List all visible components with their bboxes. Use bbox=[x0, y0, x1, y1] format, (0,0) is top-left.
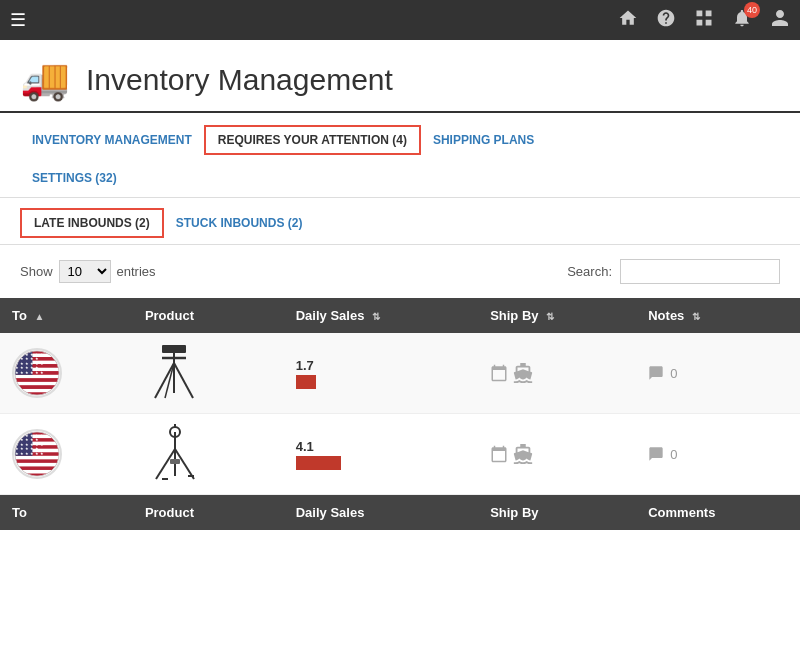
svg-rect-13 bbox=[14, 389, 60, 393]
us-flag-svg-2: ★ ★ ★ ★ ★ ★ ★ ★ ★ ★ ★ ★ ★ ★ ★ ★ ★ ★ ★ ★ … bbox=[14, 429, 60, 479]
svg-rect-9 bbox=[14, 375, 60, 379]
notes-wrapper-1: 0 bbox=[648, 365, 788, 381]
main-tab-nav: INVENTORY MANAGEMENT REQUIRES YOUR ATTEN… bbox=[0, 113, 800, 198]
user-icon[interactable] bbox=[770, 8, 790, 33]
footer-col-ship-by: Ship By bbox=[478, 495, 636, 531]
daily-sales-value-1: 1.7 bbox=[296, 358, 466, 373]
us-flag-circle-2: ★ ★ ★ ★ ★ ★ ★ ★ ★ ★ ★ ★ ★ ★ ★ ★ ★ ★ ★ ★ … bbox=[12, 429, 62, 479]
truck-icon: 🚚 bbox=[20, 56, 70, 103]
notes-count-2: 0 bbox=[670, 447, 677, 462]
page-header: 🚚 Inventory Management bbox=[0, 40, 800, 113]
cell-flag-1: ★ ★ ★ ★ ★ ★ ★ ★ ★ ★ ★ ★ ★ ★ ★ ★ ★ ★ ★ ★ … bbox=[0, 333, 133, 414]
table-controls: Show 10 25 50 100 entries Search: bbox=[0, 245, 800, 298]
search-input[interactable] bbox=[620, 259, 780, 284]
tab-requires-attention[interactable]: REQUIRES YOUR ATTENTION (4) bbox=[204, 125, 421, 155]
sort-icon-daily-sales: ⇅ bbox=[372, 311, 380, 322]
daily-sales-value-2: 4.1 bbox=[296, 439, 466, 454]
svg-rect-26 bbox=[162, 345, 186, 353]
nav-left: ☰ bbox=[10, 9, 26, 31]
col-daily-sales[interactable]: Daily Sales ⇅ bbox=[284, 298, 478, 333]
cell-product-2 bbox=[133, 414, 284, 495]
entries-label: entries bbox=[117, 264, 156, 279]
daily-sales-bar-1 bbox=[296, 375, 316, 389]
search-area: Search: bbox=[567, 259, 780, 284]
notes-icon-2 bbox=[648, 446, 664, 462]
ship-by-wrapper-2 bbox=[490, 443, 624, 465]
table-header-row: To ▲ Product Daily Sales ⇅ Ship By ⇅ Not… bbox=[0, 298, 800, 333]
product-image-1 bbox=[145, 343, 205, 403]
col-notes[interactable]: Notes ⇅ bbox=[636, 298, 800, 333]
us-flag-circle: ★ ★ ★ ★ ★ ★ ★ ★ ★ ★ ★ ★ ★ ★ ★ ★ ★ ★ ★ ★ … bbox=[12, 348, 62, 398]
daily-sales-wrapper-1: 1.7 bbox=[296, 358, 466, 389]
col-to[interactable]: To ▲ bbox=[0, 298, 133, 333]
svg-rect-11 bbox=[14, 382, 60, 386]
svg-text:★ ★ ★ ★ ★: ★ ★ ★ ★ ★ bbox=[15, 366, 39, 370]
footer-col-product: Product bbox=[133, 495, 284, 531]
subtab-stuck-inbounds[interactable]: STUCK INBOUNDS (2) bbox=[164, 210, 315, 236]
calendar-icon-1 bbox=[490, 364, 508, 382]
cell-product-1 bbox=[133, 333, 284, 414]
cell-notes-2: 0 bbox=[636, 414, 800, 495]
entries-select[interactable]: 10 25 50 100 bbox=[59, 260, 111, 283]
tab-row-2: SETTINGS (32) bbox=[20, 161, 780, 191]
tab-settings[interactable]: SETTINGS (32) bbox=[20, 165, 129, 191]
cell-daily-sales-2: 4.1 bbox=[284, 414, 478, 495]
sort-icon-notes: ⇅ bbox=[692, 311, 700, 322]
notes-icon-1 bbox=[648, 365, 664, 381]
search-label: Search: bbox=[567, 264, 612, 279]
help-icon[interactable] bbox=[656, 8, 676, 33]
show-label: Show bbox=[20, 264, 53, 279]
notifications-icon[interactable]: 40 bbox=[732, 8, 752, 33]
svg-rect-49 bbox=[170, 459, 180, 464]
table-row: ★ ★ ★ ★ ★ ★ ★ ★ ★ ★ ★ ★ ★ ★ ★ ★ ★ ★ ★ ★ … bbox=[0, 414, 800, 495]
product-image-2 bbox=[145, 424, 205, 484]
grid-icon[interactable] bbox=[694, 8, 714, 33]
daily-sales-bar-2 bbox=[296, 456, 341, 470]
svg-line-23 bbox=[155, 363, 174, 398]
cell-ship-by-1 bbox=[478, 333, 636, 414]
svg-text:★ ★ ★ ★ ★: ★ ★ ★ ★ ★ bbox=[15, 447, 39, 451]
cell-ship-by-2 bbox=[478, 414, 636, 495]
notification-badge: 40 bbox=[744, 2, 760, 18]
cell-notes-1: 0 bbox=[636, 333, 800, 414]
svg-text:★ ★ ★ ★ ★ ★: ★ ★ ★ ★ ★ ★ bbox=[15, 353, 44, 357]
show-entries-control: Show 10 25 50 100 entries bbox=[20, 260, 156, 283]
page-title: Inventory Management bbox=[86, 63, 393, 97]
tab-row-1: INVENTORY MANAGEMENT REQUIRES YOUR ATTEN… bbox=[20, 125, 780, 155]
sub-tab-nav: LATE INBOUNDS (2) STUCK INBOUNDS (2) bbox=[0, 198, 800, 245]
top-navigation: ☰ 40 bbox=[0, 0, 800, 40]
ship-icon-2 bbox=[512, 443, 534, 465]
sort-icon-ship-by: ⇅ bbox=[546, 311, 554, 322]
svg-rect-33 bbox=[14, 456, 60, 460]
tab-shipping-plans[interactable]: SHIPPING PLANS bbox=[421, 127, 546, 153]
svg-text:★ ★ ★ ★ ★ ★: ★ ★ ★ ★ ★ ★ bbox=[15, 371, 44, 375]
home-icon[interactable] bbox=[618, 8, 638, 33]
table-row: ★ ★ ★ ★ ★ ★ ★ ★ ★ ★ ★ ★ ★ ★ ★ ★ ★ ★ ★ ★ … bbox=[0, 333, 800, 414]
us-flag-svg: ★ ★ ★ ★ ★ ★ ★ ★ ★ ★ ★ ★ ★ ★ ★ ★ ★ ★ ★ ★ … bbox=[14, 348, 60, 398]
calendar-icon-2 bbox=[490, 445, 508, 463]
notes-count-1: 0 bbox=[670, 366, 677, 381]
ship-by-wrapper-1 bbox=[490, 362, 624, 384]
svg-rect-34 bbox=[14, 463, 60, 467]
svg-text:★ ★ ★ ★ ★ ★: ★ ★ ★ ★ ★ ★ bbox=[15, 362, 44, 366]
sort-icon-to: ▲ bbox=[35, 311, 45, 322]
cell-daily-sales-1: 1.7 bbox=[284, 333, 478, 414]
data-table: To ▲ Product Daily Sales ⇅ Ship By ⇅ Not… bbox=[0, 298, 800, 530]
svg-line-25 bbox=[165, 363, 174, 398]
hamburger-menu[interactable]: ☰ bbox=[10, 9, 26, 31]
col-product: Product bbox=[133, 298, 284, 333]
daily-sales-wrapper-2: 4.1 bbox=[296, 439, 466, 470]
subtab-late-inbounds[interactable]: LATE INBOUNDS (2) bbox=[20, 208, 164, 238]
svg-rect-35 bbox=[14, 470, 60, 474]
table-footer-row: To Product Daily Sales Ship By Comments bbox=[0, 495, 800, 531]
col-ship-by[interactable]: Ship By ⇅ bbox=[478, 298, 636, 333]
svg-rect-10 bbox=[14, 378, 60, 382]
notes-wrapper-2: 0 bbox=[648, 446, 788, 462]
svg-text:★ ★ ★ ★ ★ ★: ★ ★ ★ ★ ★ ★ bbox=[15, 452, 44, 456]
svg-text:★ ★ ★ ★ ★ ★: ★ ★ ★ ★ ★ ★ bbox=[15, 443, 44, 447]
footer-col-daily-sales: Daily Sales bbox=[284, 495, 478, 531]
footer-col-to: To bbox=[0, 495, 133, 531]
svg-text:★ ★ ★ ★ ★ ★: ★ ★ ★ ★ ★ ★ bbox=[15, 434, 44, 438]
nav-right: 40 bbox=[618, 8, 790, 33]
tab-inventory-management[interactable]: INVENTORY MANAGEMENT bbox=[20, 127, 204, 153]
